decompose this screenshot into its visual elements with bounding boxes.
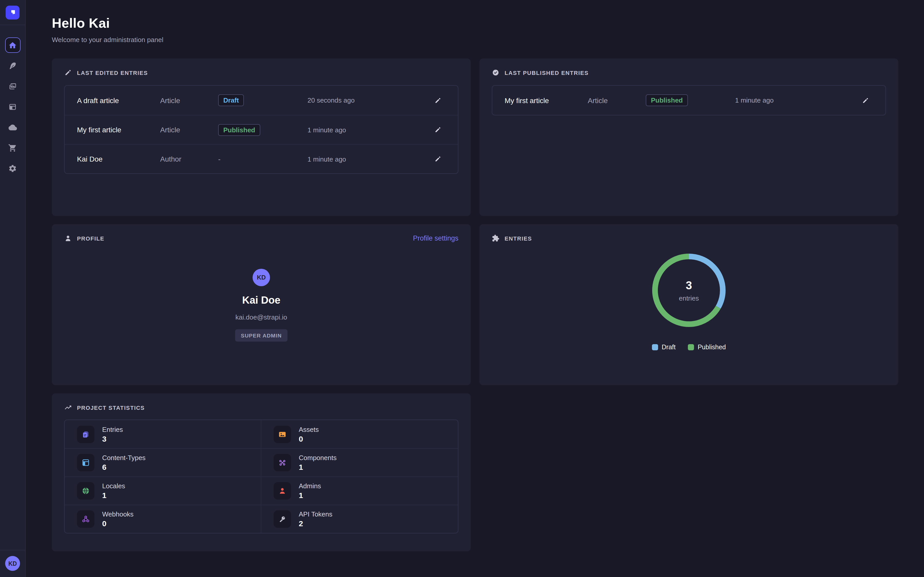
sidebar-item-marketplace[interactable] [5, 140, 20, 155]
components-stat-icon [274, 454, 291, 471]
sidebar-item-home[interactable] [5, 37, 20, 53]
person-icon [64, 234, 72, 242]
sidebar-item-media-library[interactable] [5, 79, 20, 94]
role-badge: SUPER ADMIN [235, 329, 287, 342]
entry-status: Published [646, 94, 735, 106]
stat-value: 0 [102, 519, 134, 528]
assets-stat-icon [274, 425, 291, 443]
api-tokens-stat-icon [274, 510, 291, 528]
donut-center: 3 entries [648, 249, 730, 331]
stat-value: 1 [299, 491, 321, 500]
sidebar-footer: KD [0, 550, 25, 577]
pencil-icon [862, 97, 869, 104]
entry-time: 1 minute ago [307, 126, 428, 134]
edit-entry-button[interactable] [430, 151, 446, 167]
webhooks-stat-icon [77, 510, 94, 528]
stat-value: 0 [299, 434, 319, 443]
table-row[interactable]: A draft article Article Draft 20 seconds… [65, 85, 458, 115]
card-title: PROFILE [77, 235, 105, 241]
entries-stat-icon [77, 425, 94, 443]
sidebar-item-content-manager[interactable] [5, 58, 20, 73]
strapi-admin-dashboard: KD Hello Kai Welcome to your administrat… [0, 0, 924, 577]
entry-type: Article [160, 126, 218, 134]
entries-unit: entries [679, 294, 699, 302]
stat-assets: Assets 0 [261, 420, 458, 448]
entry-status: Published [218, 124, 307, 135]
profile-card: PROFILE Profile settings KD Kai Doe kai.… [52, 224, 471, 385]
sidebar-item-settings[interactable] [5, 161, 20, 176]
entries-total: 3 [686, 279, 692, 292]
profile-email: kai.doe@strapi.io [235, 313, 287, 321]
cart-icon [8, 143, 17, 152]
feather-icon [8, 61, 17, 70]
home-icon [8, 41, 17, 50]
project-statistics-header: PROJECT STATISTICS [64, 404, 459, 411]
stat-label: Assets [299, 425, 319, 433]
entry-name: Kai Doe [77, 155, 160, 163]
webhook-icon [81, 514, 90, 524]
legend-item-draft: Draft [652, 343, 675, 351]
layout-icon [8, 102, 17, 111]
edit-entry-button[interactable] [430, 122, 446, 137]
entries-header: ENTRIES [492, 234, 886, 242]
edit-entry-button[interactable] [430, 93, 446, 108]
sidebar: KD [0, 0, 26, 577]
pencil-icon [434, 155, 441, 163]
last-published-header: LAST PUBLISHED ENTRIES [492, 69, 886, 76]
donut-chart: 3 entries [648, 249, 730, 331]
stat-label: Entries [102, 425, 123, 433]
profile-name: Kai Doe [242, 294, 281, 306]
empty-grid-cell [480, 393, 898, 551]
molecule-icon [278, 458, 287, 467]
entry-name: My first article [77, 126, 160, 134]
stat-label: Admins [299, 482, 321, 490]
locales-stat-icon [77, 482, 94, 500]
sidebar-item-content-type-builder[interactable] [5, 99, 20, 114]
strapi-logo[interactable] [6, 6, 19, 19]
page-title: Hello Kai [52, 15, 898, 31]
edit-entry-button[interactable] [858, 93, 873, 108]
profile-settings-link[interactable]: Profile settings [413, 234, 459, 242]
gear-icon [8, 164, 17, 172]
table-row[interactable]: My first article Article Published 1 min… [492, 85, 885, 115]
user-avatar[interactable]: KD [5, 556, 20, 571]
stat-label: Webhooks [102, 510, 134, 518]
strapi-logo-icon [8, 8, 17, 17]
status-badge: Published [218, 124, 260, 135]
stat-value: 1 [102, 491, 125, 500]
table-row[interactable]: Kai Doe Author - 1 minute ago [65, 144, 458, 173]
entry-type: Author [160, 155, 218, 163]
check-circle-icon [492, 69, 499, 76]
key-icon [278, 514, 287, 524]
main-content: Hello Kai Welcome to your administration… [26, 0, 924, 551]
entry-status: - [218, 155, 307, 164]
pencil-icon [434, 97, 441, 104]
draft-swatch [652, 344, 658, 350]
card-title: PROJECT STATISTICS [77, 405, 145, 411]
entries-chart: 3 entries Draft Published [492, 249, 886, 351]
stat-api-tokens: API Tokens 2 [261, 504, 458, 533]
entry-name: My first article [505, 96, 588, 105]
entries-card: ENTRIES 3 entries [480, 224, 898, 385]
stat-label: API Tokens [299, 510, 333, 518]
table-row[interactable]: My first article Article Published 1 min… [65, 115, 458, 144]
last-published-table: My first article Article Published 1 min… [492, 85, 886, 115]
stat-admins: Admins 1 [261, 477, 458, 504]
trending-up-icon [64, 404, 72, 411]
profile-avatar: KD [252, 269, 270, 286]
last-edited-entries-card: LAST EDITED ENTRIES A draft article Arti… [52, 58, 471, 216]
pencil-icon [64, 69, 72, 76]
sidebar-item-deploy[interactable] [5, 119, 20, 135]
image-icon [278, 430, 287, 439]
stat-label: Content-Types [102, 454, 145, 462]
chart-legend: Draft Published [652, 343, 726, 351]
legend-label: Published [698, 343, 726, 351]
entry-type: Article [588, 96, 646, 105]
entry-time: 1 minute ago [735, 97, 856, 104]
card-title: LAST EDITED ENTRIES [77, 69, 148, 76]
profile-body: KD Kai Doe kai.doe@strapi.io SUPER ADMIN [64, 269, 459, 342]
stat-label: Components [299, 454, 336, 462]
last-edited-table: A draft article Article Draft 20 seconds… [64, 85, 459, 174]
status-badge: Draft [218, 94, 244, 106]
published-swatch [688, 344, 694, 350]
